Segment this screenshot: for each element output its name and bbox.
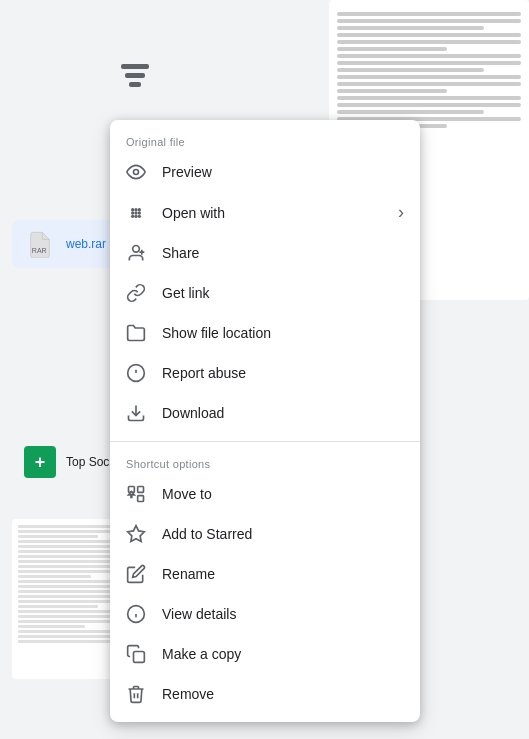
move-to-label: Move to xyxy=(162,486,404,502)
make-copy-label: Make a copy xyxy=(162,646,404,662)
show-file-location-label: Show file location xyxy=(162,325,404,341)
section1-label: Original file xyxy=(110,128,420,152)
open-with-arrow-icon: › xyxy=(398,202,404,223)
view-details-label: View details xyxy=(162,606,404,622)
view-details-icon xyxy=(126,604,146,624)
section2-label: Shortcut options xyxy=(110,450,420,474)
get-link-label: Get link xyxy=(162,285,404,301)
svg-point-13 xyxy=(138,214,141,217)
svg-point-4 xyxy=(134,170,139,175)
menu-item-add-to-starred[interactable]: Add to Starred xyxy=(110,514,420,554)
preview-label: Preview xyxy=(162,164,404,180)
svg-point-14 xyxy=(133,246,140,253)
svg-text:RAR: RAR xyxy=(32,247,47,254)
menu-item-open-with[interactable]: Open with › xyxy=(110,192,420,233)
folder-icon xyxy=(126,323,146,343)
svg-rect-1 xyxy=(125,73,145,78)
eye-icon xyxy=(126,162,146,182)
star-icon xyxy=(126,524,146,544)
social-file-icon: + xyxy=(24,446,56,478)
menu-item-move-to[interactable]: Move to xyxy=(110,474,420,514)
svg-point-11 xyxy=(131,214,134,217)
filter-icon xyxy=(115,60,155,90)
download-icon xyxy=(126,403,146,423)
menu-item-rename[interactable]: Rename xyxy=(110,554,420,594)
trash-icon xyxy=(126,684,146,704)
move-icon xyxy=(126,484,146,504)
menu-item-view-details[interactable]: View details xyxy=(110,594,420,634)
menu-item-share[interactable]: Share xyxy=(110,233,420,273)
open-with-label: Open with xyxy=(162,205,382,221)
menu-item-report-abuse[interactable]: Report abuse xyxy=(110,353,420,393)
rar-file-icon: RAR xyxy=(24,228,56,260)
pencil-icon xyxy=(126,564,146,584)
person-add-icon xyxy=(126,243,146,263)
menu-item-download[interactable]: Download xyxy=(110,393,420,433)
share-label: Share xyxy=(162,245,404,261)
svg-point-7 xyxy=(138,208,141,211)
context-menu: Original file Preview Open w xyxy=(110,120,420,722)
report-abuse-label: Report abuse xyxy=(162,365,404,381)
menu-item-make-copy[interactable]: Make a copy xyxy=(110,634,420,674)
link-icon xyxy=(126,283,146,303)
menu-item-remove[interactable]: Remove xyxy=(110,674,420,714)
svg-rect-22 xyxy=(138,487,144,493)
rename-label: Rename xyxy=(162,566,404,582)
add-to-starred-label: Add to Starred xyxy=(162,526,404,542)
svg-rect-23 xyxy=(138,496,144,502)
svg-point-5 xyxy=(131,208,134,211)
svg-point-9 xyxy=(134,211,137,214)
svg-point-12 xyxy=(134,214,137,217)
remove-label: Remove xyxy=(162,686,404,702)
svg-rect-28 xyxy=(134,652,145,663)
menu-item-preview[interactable]: Preview xyxy=(110,152,420,192)
svg-marker-24 xyxy=(128,526,145,542)
grid-icon xyxy=(126,203,146,223)
menu-item-get-link[interactable]: Get link xyxy=(110,273,420,313)
download-label: Download xyxy=(162,405,404,421)
svg-rect-2 xyxy=(129,82,141,87)
copy-icon xyxy=(126,644,146,664)
file-name-label: web.rar xyxy=(66,237,106,251)
svg-point-8 xyxy=(131,211,134,214)
info-circle-icon xyxy=(126,363,146,383)
svg-rect-0 xyxy=(121,64,149,69)
sort-icon-area xyxy=(115,60,155,90)
svg-point-6 xyxy=(134,208,137,211)
menu-divider xyxy=(110,441,420,442)
svg-point-10 xyxy=(138,211,141,214)
menu-item-show-file-location[interactable]: Show file location xyxy=(110,313,420,353)
